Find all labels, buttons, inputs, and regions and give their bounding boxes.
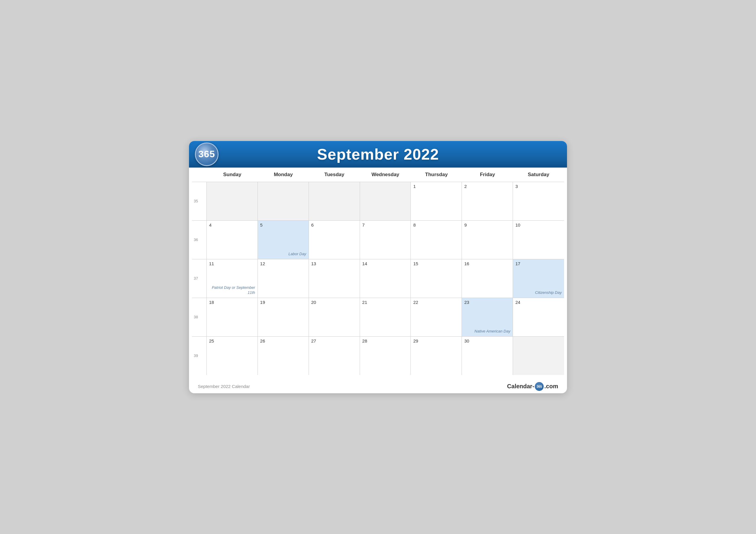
brand-pre: Calendar- (507, 383, 534, 390)
cell-date: 19 (260, 300, 306, 305)
cell-event: Patriot Day or September 11th (207, 285, 255, 295)
cal-cell[interactable]: 29 (411, 337, 462, 375)
calendar-title: September 2022 (201, 145, 555, 163)
brand-post: .com (544, 383, 558, 390)
cell-date: 10 (515, 222, 562, 227)
cell-date: 11 (209, 261, 255, 266)
cell-date: 23 (464, 300, 510, 305)
cell-date: 17 (515, 261, 562, 266)
week-number-37: 37 (192, 259, 207, 298)
week-number-36: 36 (192, 221, 207, 259)
cal-cell[interactable]: 21 (360, 298, 411, 336)
calendar-row-week-35: 35123 (192, 182, 564, 221)
cell-date: 6 (311, 222, 357, 227)
cal-cell[interactable]: 10 (513, 221, 564, 259)
cell-date: 28 (362, 338, 408, 343)
cell-date: 8 (413, 222, 459, 227)
week-number-39: 39 (192, 337, 207, 375)
cell-date: 20 (311, 300, 357, 305)
cell-date: 2 (464, 184, 510, 189)
cal-cell[interactable] (513, 337, 564, 375)
calendar-container: 365 September 2022 SundayMondayTuesdayWe… (189, 141, 567, 393)
cal-cell[interactable]: 15 (411, 259, 462, 298)
cal-cell[interactable] (258, 182, 309, 220)
cal-cell[interactable]: 30 (462, 337, 513, 375)
calendar-footer: September 2022 Calendar Calendar- 365 .c… (189, 378, 567, 393)
cal-cell[interactable]: 23Native American Day (462, 298, 513, 336)
cal-cell[interactable]: 16 (462, 259, 513, 298)
calendar-row-week-36: 3645Labor Day678910 (192, 221, 564, 259)
cal-cell[interactable]: 7 (360, 221, 411, 259)
day-header-thursday: Thursday (411, 170, 462, 179)
day-header-tuesday: Tuesday (309, 170, 360, 179)
cal-cell[interactable] (360, 182, 411, 220)
cell-date: 15 (413, 261, 459, 266)
cell-date: 7 (362, 222, 408, 227)
cell-date: 3 (515, 184, 562, 189)
cell-date: 4 (209, 222, 255, 227)
cell-date: 30 (464, 338, 510, 343)
cal-cell[interactable]: 12 (258, 259, 309, 298)
cell-date: 18 (209, 300, 255, 305)
cal-cell[interactable]: 14 (360, 259, 411, 298)
cell-date: 21 (362, 300, 408, 305)
week-number-38: 38 (192, 298, 207, 336)
cal-cell[interactable]: 2 (462, 182, 513, 220)
cal-cell[interactable]: 24 (513, 298, 564, 336)
cal-cell[interactable]: 3 (513, 182, 564, 220)
cal-cell[interactable]: 26 (258, 337, 309, 375)
day-header-saturday: Saturday (513, 170, 564, 179)
calendar-body: SundayMondayTuesdayWednesdayThursdayFrid… (189, 167, 567, 378)
cal-cell[interactable]: 4 (207, 221, 258, 259)
cal-cell[interactable]: 22 (411, 298, 462, 336)
cell-event: Native American Day (474, 329, 511, 334)
cal-cell[interactable]: 27 (309, 337, 360, 375)
footer-caption: September 2022 Calendar (198, 384, 250, 389)
cal-cell[interactable] (207, 182, 258, 220)
cell-date: 1 (413, 184, 459, 189)
cell-date: 22 (413, 300, 459, 305)
cal-cell[interactable]: 19 (258, 298, 309, 336)
cal-cell[interactable]: 28 (360, 337, 411, 375)
logo-text: 365 (199, 149, 215, 160)
day-header-monday: Monday (258, 170, 309, 179)
cal-cell[interactable]: 6 (309, 221, 360, 259)
week-number-35: 35 (192, 182, 207, 220)
cal-cell[interactable]: 8 (411, 221, 462, 259)
logo-circle: 365 (195, 142, 219, 166)
cal-cell[interactable]: 18 (207, 298, 258, 336)
cell-date: 13 (311, 261, 357, 266)
footer-brand: Calendar- 365 .com (507, 382, 558, 391)
cal-cell[interactable]: 25 (207, 337, 258, 375)
cal-cell[interactable]: 17Citizenship Day (513, 259, 564, 298)
week-num-corner (192, 170, 207, 179)
cell-date: 27 (311, 338, 357, 343)
cell-date: 5 (260, 222, 306, 227)
calendar-header: 365 September 2022 (189, 141, 567, 167)
cal-cell[interactable]: 11Patriot Day or September 11th (207, 259, 258, 298)
cell-event: Labor Day (288, 252, 306, 257)
cal-cell[interactable] (309, 182, 360, 220)
cal-cell[interactable]: 1 (411, 182, 462, 220)
day-header-sunday: Sunday (207, 170, 258, 179)
day-header-friday: Friday (462, 170, 513, 179)
brand-logo-circle: 365 (535, 382, 544, 391)
cell-date: 12 (260, 261, 306, 266)
calendar-grid: 351233645Labor Day6789103711Patriot Day … (192, 182, 564, 375)
cell-date: 26 (260, 338, 306, 343)
cal-cell[interactable]: 13 (309, 259, 360, 298)
cal-cell[interactable]: 9 (462, 221, 513, 259)
cell-date: 16 (464, 261, 510, 266)
cell-event: Citizenship Day (535, 290, 562, 295)
cal-cell[interactable]: 5Labor Day (258, 221, 309, 259)
cell-date: 24 (515, 300, 562, 305)
calendar-row-week-37: 3711Patriot Day or September 11th1213141… (192, 259, 564, 298)
cell-date: 14 (362, 261, 408, 266)
cell-date: 25 (209, 338, 255, 343)
day-header-wednesday: Wednesday (360, 170, 411, 179)
cell-date: 9 (464, 222, 510, 227)
cal-cell[interactable]: 20 (309, 298, 360, 336)
cell-date: 29 (413, 338, 459, 343)
calendar-row-week-39: 39252627282930 (192, 337, 564, 375)
day-headers-row: SundayMondayTuesdayWednesdayThursdayFrid… (192, 167, 564, 182)
